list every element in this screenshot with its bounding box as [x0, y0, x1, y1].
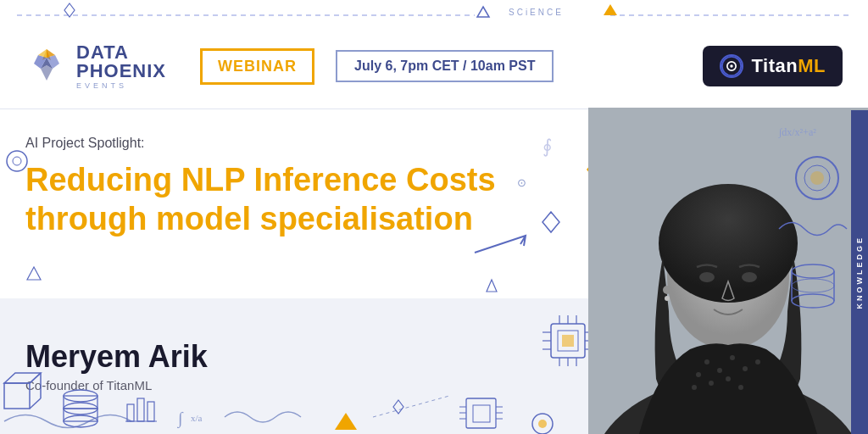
- svg-point-55: [726, 376, 731, 381]
- svg-point-57: [692, 385, 697, 390]
- svg-point-15: [730, 64, 732, 67]
- datetime-text: July 6, 7pm CET / 10am PST: [354, 58, 535, 73]
- svg-marker-4: [64, 3, 75, 17]
- phoenix-logo-icon: [25, 45, 68, 87]
- svg-point-47: [665, 296, 670, 301]
- header: DATA PHOENIX EVENTS WEBINAR July 6, 7pm …: [0, 24, 868, 108]
- svg-point-54: [709, 381, 714, 386]
- knowledge-sidebar: KNOWLEDGE: [851, 110, 868, 434]
- svg-rect-26: [562, 335, 574, 347]
- speaker-section: Meryem Arik Co-founder of TitanML: [0, 298, 588, 434]
- speaker-name: Meryem Arik: [25, 340, 208, 374]
- svg-point-46: [663, 286, 671, 294]
- top-decoration: SCiENCE: [0, 0, 868, 24]
- event-datetime: July 6, 7pm CET / 10am PST: [336, 50, 554, 82]
- knowledge-label: KNOWLEDGE: [855, 236, 864, 309]
- svg-marker-3: [604, 4, 617, 15]
- main-container: SCiENCE DATA PHOENIX EVENTS WEBINAR: [0, 0, 868, 434]
- titanml-logo: TitanML: [703, 46, 843, 86]
- svg-text:SCiENCE: SCiENCE: [509, 8, 564, 17]
- webinar-label: WEBINAR: [218, 58, 297, 75]
- svg-point-48: [704, 359, 709, 364]
- svg-marker-2: [477, 7, 489, 17]
- titanml-name: TitanML: [752, 55, 826, 77]
- photo-background: [588, 108, 868, 434]
- brand-logo: DATA PHOENIX EVENTS: [25, 43, 166, 90]
- svg-point-51: [743, 366, 748, 371]
- titanml-icon: [720, 54, 743, 78]
- logo-events: EVENTS: [76, 82, 166, 90]
- svg-point-44: [699, 272, 715, 282]
- brand-name: DATA PHOENIX EVENTS: [76, 43, 166, 90]
- svg-point-52: [696, 372, 701, 377]
- speaker-info: Meryem Arik Co-founder of TitanML: [25, 340, 208, 392]
- speaker-title: Co-founder of TitanML: [25, 378, 208, 392]
- main-title: Reducing NLP Inference Costs through mod…: [25, 161, 517, 238]
- svg-point-45: [742, 272, 757, 282]
- webinar-badge: WEBINAR: [200, 48, 314, 85]
- svg-point-53: [755, 359, 760, 364]
- svg-point-49: [717, 368, 722, 373]
- svg-point-43: [659, 184, 798, 303]
- svg-point-56: [738, 385, 743, 390]
- logo-phoenix: PHOENIX: [76, 62, 166, 81]
- person-silhouette: [588, 108, 868, 434]
- svg-point-50: [730, 355, 735, 360]
- speaker-photo: [588, 108, 868, 434]
- logo-data: DATA: [76, 43, 166, 62]
